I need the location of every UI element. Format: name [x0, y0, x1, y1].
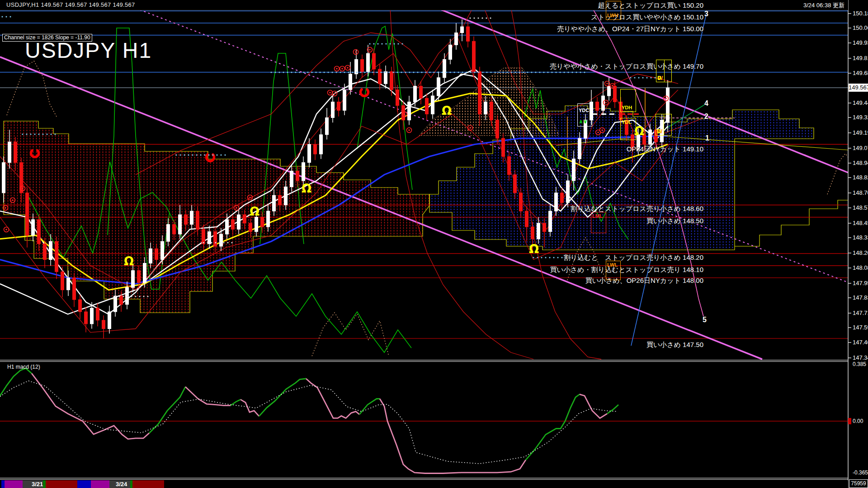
- price-tick-label: 149.810: [853, 55, 868, 61]
- candle-body: [343, 90, 346, 111]
- candle-body: [531, 227, 534, 239]
- horseshoe-marker-icon: [361, 89, 368, 96]
- candle-body: [149, 249, 152, 263]
- dotted-segment: [219, 242, 220, 243]
- chart-canvas[interactable]: ΩΩΩΩΩΩ: [0, 0, 868, 488]
- macd-line-up: [607, 405, 618, 414]
- dotted-segment: [580, 71, 581, 73]
- dotted-segment: [533, 257, 534, 258]
- dotted-segment: [377, 43, 378, 44]
- level-label-box-ydh: YDH: [620, 89, 636, 112]
- symbol-ohlc-title: USDJPY,H1 149.567 149.567 149.567 149.56…: [6, 1, 135, 8]
- dotted-segment: [502, 71, 504, 73]
- candle-body: [472, 41, 476, 71]
- macd-zero-tag: [848, 418, 851, 424]
- dotted-segment: [278, 71, 280, 73]
- dotted-segment: [584, 71, 585, 73]
- dotted-segment: [527, 71, 528, 73]
- level-label-text: YDL: [622, 119, 632, 125]
- dotted-segment: [486, 71, 487, 73]
- level-label-box-ydc: YDC∧∨: [577, 103, 592, 127]
- dotted-segment: [46, 133, 47, 135]
- session-segment: [5, 480, 23, 488]
- sell-signal-dot: [369, 49, 371, 51]
- dotted-segment: [549, 257, 550, 258]
- candle-body: [525, 211, 528, 227]
- candle-body: [137, 271, 141, 283]
- price-tick-label: 149.195: [853, 129, 868, 136]
- dotted-segment: [551, 71, 552, 73]
- dotted-segment: [490, 71, 491, 73]
- sell-signal-dot: [5, 229, 7, 230]
- dotted-segment: [352, 71, 353, 73]
- candle-body: [478, 71, 481, 114]
- macd-indicator-label: H1 macd (12): [7, 364, 40, 370]
- dotted-segment: [571, 71, 573, 73]
- sell-signal-dot: [347, 67, 349, 69]
- candle-body: [26, 193, 29, 235]
- dotted-segment: [421, 71, 422, 73]
- candle-body: [161, 241, 164, 259]
- price-tick-label: 148.945: [853, 160, 868, 166]
- candle-body: [261, 217, 264, 227]
- dotted-segment: [519, 71, 520, 73]
- level-label-text: YDC: [579, 108, 589, 113]
- dotted-segment: [514, 71, 516, 73]
- dotted-segment: [184, 154, 185, 155]
- dotted-segment: [401, 43, 403, 44]
- candle-body: [208, 232, 211, 244]
- candle-body: [67, 278, 70, 290]
- session-segment: [1, 480, 5, 488]
- dotted-segment: [368, 71, 369, 73]
- dotted-segment: [462, 71, 463, 73]
- daily-cell-label: D: [657, 128, 670, 135]
- candle-body: [102, 320, 105, 329]
- price-tick-label: 148.080: [853, 264, 868, 271]
- candle-body: [284, 187, 288, 205]
- dotted-segment: [188, 154, 189, 155]
- candle-body: [184, 215, 188, 224]
- dotted-segment: [207, 242, 208, 243]
- dotted-segment: [42, 133, 43, 135]
- update-timestamp-button[interactable]: 3/24 06:38 更新: [803, 1, 844, 9]
- dotted-segment: [481, 17, 483, 19]
- candle-body: [220, 234, 223, 246]
- dotted-segment: [369, 43, 370, 44]
- candle-body: [408, 102, 411, 120]
- dotted-segment: [486, 17, 487, 19]
- candle-body: [190, 211, 193, 225]
- dotted-segment: [563, 71, 565, 73]
- candle-body: [38, 220, 41, 244]
- dotted-segment: [200, 154, 201, 155]
- weekly-daily-box-0: WD: [656, 60, 672, 82]
- dotted-segment: [203, 242, 204, 243]
- dotted-segment: [449, 71, 451, 73]
- dotted-segment: [373, 43, 374, 44]
- dotted-segment: [22, 133, 23, 135]
- dotted-segment: [634, 77, 635, 78]
- candle-body: [378, 69, 382, 84]
- candle-body: [278, 195, 282, 205]
- order-annotation-5: 割り込むとストップロス売り小さめ 148.60: [571, 205, 703, 213]
- order-annotation-6: 買い小さめ 148.50: [646, 217, 703, 225]
- dotted-segment: [175, 154, 177, 155]
- candle-body: [114, 296, 117, 312]
- level-label-text: LWL: [607, 262, 618, 267]
- candle-body: [8, 142, 11, 163]
- price-tick-label: 149.070: [853, 145, 868, 151]
- candle-body: [437, 78, 440, 96]
- dotted-segment: [38, 133, 39, 135]
- dotted-segment: [453, 71, 455, 73]
- dotted-segment: [307, 71, 308, 73]
- price-tick-label: 147.590: [853, 324, 868, 331]
- price-tick-label: 149.320: [853, 114, 868, 121]
- candle-body: [132, 271, 135, 288]
- dotted-segment: [208, 154, 209, 155]
- dotted-segment: [139, 296, 140, 297]
- candle-body: [613, 86, 617, 102]
- dotted-segment: [319, 71, 321, 73]
- candle-body: [308, 144, 311, 162]
- macd-line-up: [526, 394, 580, 460]
- candle-body: [402, 106, 405, 120]
- sell-signal-dot: [236, 207, 237, 209]
